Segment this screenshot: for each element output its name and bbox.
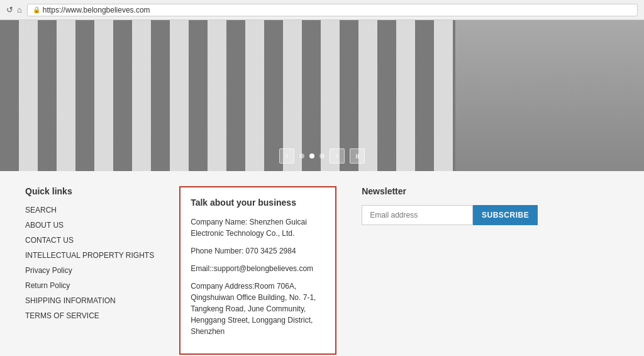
list-item: SHIPPING INFORMATION: [25, 294, 154, 306]
list-item: INTELLECTUAL PROPERTY RIGHTS: [25, 249, 154, 260]
hero-section: ‹ › ⏸: [0, 20, 644, 171]
slider-dot-2[interactable]: [309, 153, 314, 159]
url-text: https://www.belongbelieves.com: [43, 6, 150, 14]
about-us-link[interactable]: ABOUT US: [25, 221, 64, 230]
slider-controls: ‹ › ⏸: [279, 148, 365, 164]
list-item: TERMS OF SERVICE: [25, 309, 154, 321]
list-item: Return Policy: [25, 279, 154, 291]
slider-dot-3[interactable]: [319, 153, 325, 159]
business-card-section: Talk about your business Company Name: S…: [179, 186, 336, 355]
business-address: Company Address:Room 706A, Qingshuiwan O…: [191, 281, 325, 337]
newsletter-heading: Newsletter: [362, 186, 538, 196]
subscribe-button[interactable]: SUBSCRIBE: [473, 205, 538, 225]
footer: Quick links SEARCH ABOUT US CONTACT US I…: [0, 171, 644, 356]
browser-nav-icons: ↺ ⌂: [6, 5, 22, 14]
slider-pause-button[interactable]: ⏸: [350, 148, 365, 164]
return-policy-link[interactable]: Return Policy: [25, 281, 70, 290]
home-icon[interactable]: ⌂: [17, 5, 22, 14]
slider-next-button[interactable]: ›: [330, 148, 345, 164]
quick-links-list: SEARCH ABOUT US CONTACT US INTELLECTUAL …: [25, 204, 154, 321]
search-link[interactable]: SEARCH: [25, 206, 57, 214]
list-item: CONTACT US: [25, 234, 154, 245]
lock-icon: 🔒: [33, 6, 40, 13]
list-item: Privacy Policy: [25, 264, 154, 275]
business-email: Email::support@belongbelieves.com: [191, 263, 325, 274]
list-item: ABOUT US: [25, 219, 154, 230]
email-input[interactable]: [362, 205, 473, 225]
slider-prev-button[interactable]: ‹: [279, 148, 294, 164]
quick-links-section: Quick links SEARCH ABOUT US CONTACT US I…: [25, 186, 154, 355]
reload-icon[interactable]: ↺: [6, 5, 13, 14]
shipping-info-link[interactable]: SHIPPING INFORMATION: [25, 296, 116, 305]
address-bar[interactable]: 🔒 https://www.belongbelieves.com: [27, 4, 638, 16]
business-card-heading: Talk about your business: [191, 197, 325, 208]
intellectual-property-link[interactable]: INTELLECTUAL PROPERTY RIGHTS: [25, 251, 154, 260]
contact-us-link[interactable]: CONTACT US: [25, 236, 74, 245]
privacy-policy-link[interactable]: Privacy Policy: [25, 266, 72, 275]
business-company-name: Company Name: Shenzhen Guicai Electronic…: [191, 216, 325, 239]
terms-of-service-link[interactable]: TERMS OF SERVICE: [25, 311, 99, 320]
newsletter-section: Newsletter SUBSCRIBE: [362, 186, 538, 355]
slider-dot-1[interactable]: [299, 153, 304, 159]
newsletter-form: SUBSCRIBE: [362, 205, 538, 225]
business-phone: Phone Number: 070 3425 2984: [191, 245, 325, 257]
browser-chrome: ↺ ⌂ 🔒 https://www.belongbelieves.com: [0, 0, 644, 20]
hero-figure: [455, 20, 644, 171]
list-item: SEARCH: [25, 204, 154, 215]
quick-links-heading: Quick links: [25, 186, 154, 196]
